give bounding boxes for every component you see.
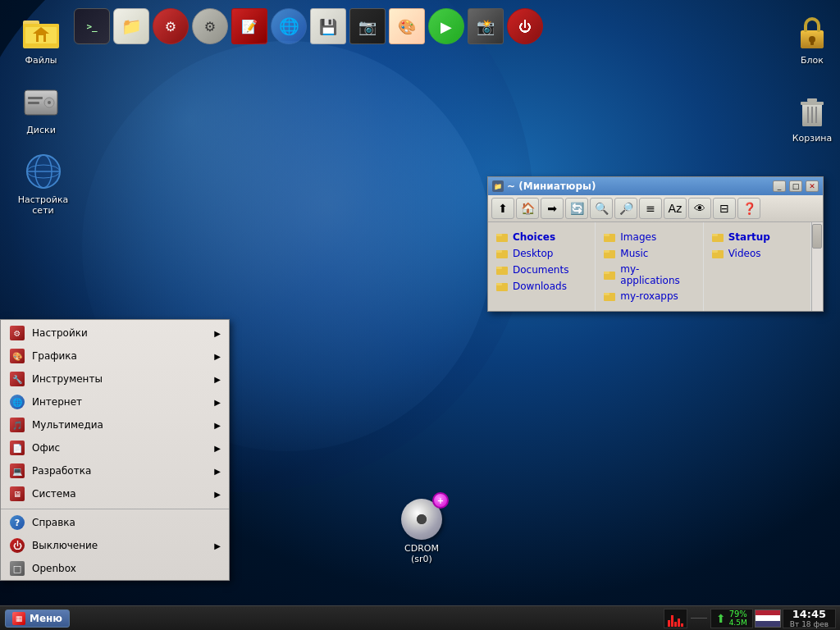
file-link-images[interactable]: Images (620, 231, 656, 243)
file-link-desktop[interactable]: Desktop (513, 248, 554, 259)
toolbar-view-btn[interactable]: ⊟ (713, 198, 736, 219)
file-item-downloads[interactable]: Downloads (492, 278, 591, 294)
file-link-myapps[interactable]: my-applications (620, 263, 695, 286)
menu-system-arrow: ▶ (214, 490, 221, 499)
svg-rect-48 (712, 250, 718, 253)
file-manager-scrollbar[interactable] (811, 222, 823, 311)
menu-item-dev[interactable]: 💻 Разработка ▶ (1, 459, 229, 482)
desktop-icon-trash[interactable]: Корзина (783, 90, 840, 144)
dock-camera[interactable]: 📷 (349, 8, 386, 44)
taskbar-right: ⬆ 79% 4.5M 14:45 Вт 18 фев (664, 609, 840, 628)
menu-item-office[interactable]: 📄 Офис ▶ (1, 436, 229, 459)
desktop-icon-cdrom[interactable]: + CDROM(sr0) (389, 499, 454, 564)
toolbar-list-btn[interactable]: ≡ (639, 198, 662, 219)
toolbar-forward-btn[interactable]: ➡ (541, 198, 564, 219)
menu-shutdown-arrow: ▶ (214, 541, 221, 550)
menu-settings-icon: ⚙ (9, 325, 25, 341)
language-flag[interactable] (755, 609, 781, 628)
file-link-downloads[interactable]: Downloads (513, 281, 567, 292)
menu-item-multimedia[interactable]: 🎵 Мультимедиа ▶ (1, 413, 229, 436)
svg-rect-36 (496, 283, 502, 285)
file-link-videos[interactable]: Videos (728, 248, 761, 259)
file-item-images[interactable]: Images (600, 229, 698, 245)
file-item-videos[interactable]: Videos (708, 245, 806, 262)
net-bar-3 (674, 622, 677, 627)
dock-player[interactable]: ▶ (428, 8, 464, 44)
file-col-2: Startup Videos (704, 222, 811, 311)
desktop-icon-disks-label: Диски (26, 125, 56, 135)
file-item-desktop[interactable]: Desktop (492, 245, 591, 262)
menu-item-system[interactable]: 🖥 Система ▶ (1, 482, 229, 505)
toolbar-sort-btn[interactable]: Az (664, 198, 687, 219)
menu-item-graphics[interactable]: 🎨 Графика ▶ (1, 345, 229, 368)
file-link-myroxapps[interactable]: my-roxapps (620, 290, 678, 302)
desktop-icon-trash-label: Корзина (792, 133, 832, 144)
taskbar: ▦ Меню ⬆ 79% 4.5M (0, 605, 840, 630)
dock-power[interactable]: ⏻ (507, 8, 543, 44)
cdrom-label: CDROM(sr0) (404, 543, 439, 564)
toolbar-help-btn[interactable]: ❓ (737, 198, 760, 219)
file-link-startup[interactable]: Startup (728, 231, 770, 243)
window-minimize-btn[interactable]: _ (773, 180, 786, 192)
network-graph-widget (664, 609, 687, 628)
menu-office-arrow: ▶ (214, 444, 221, 453)
toolbar-up-btn[interactable]: ⬆ (491, 198, 514, 219)
dock-configure[interactable]: ⚙ (192, 8, 228, 44)
menu-item-help[interactable]: ? Справка (1, 511, 229, 534)
dock-photo[interactable]: 📸 (468, 8, 504, 44)
file-link-music[interactable]: Music (620, 248, 648, 259)
toolbar-home-btn[interactable]: 🏠 (516, 198, 539, 219)
net-bar-1 (668, 620, 670, 627)
file-item-startup[interactable]: Startup (708, 229, 806, 245)
menu-multimedia-arrow: ▶ (214, 421, 221, 430)
desktop-icon-network[interactable]: Настройка сети (12, 152, 74, 216)
dock-paint[interactable]: 🎨 (389, 8, 425, 44)
menu-item-settings[interactable]: ⚙ Настройки ▶ (1, 322, 229, 345)
taskbar-menu-label: Меню (30, 613, 62, 624)
dock-editor[interactable]: 📝 (231, 8, 267, 44)
file-item-music[interactable]: Music (600, 245, 698, 262)
toolbar-refresh-btn[interactable]: 🔄 (565, 198, 588, 219)
clock-widget[interactable]: 14:45 Вт 18 фев (783, 609, 836, 628)
svg-rect-44 (604, 293, 609, 295)
taskbar-menu-button[interactable]: ▦ Меню (5, 609, 70, 628)
flag-stripe-red (756, 610, 780, 616)
desktop-icon-lock[interactable]: Блок (783, 12, 840, 66)
svg-point-10 (48, 101, 51, 104)
dock-settings[interactable]: ⚙ (153, 8, 189, 44)
menu-internet-label: Интернет (32, 396, 82, 408)
menu-help-icon: ? (9, 514, 25, 531)
menu-dev-arrow: ▶ (214, 467, 221, 476)
dock-files[interactable]: 📁 (113, 8, 149, 44)
menu-multimedia-icon: 🎵 (9, 417, 25, 433)
menu-item-openbox[interactable]: □ Openbox (1, 557, 229, 580)
window-maximize-btn[interactable]: □ (789, 180, 802, 192)
toolbar-zoom-in-btn[interactable]: 🔍 (590, 198, 613, 219)
dock-disk[interactable]: 💾 (310, 8, 346, 44)
desktop-icon-disks[interactable]: Диски (12, 82, 70, 135)
scrollbar-thumb[interactable] (812, 224, 822, 249)
menu-item-shutdown[interactable]: ⏻ Выключение ▶ (1, 534, 229, 557)
svg-rect-12 (28, 102, 39, 104)
menu-internet-arrow: ▶ (214, 398, 221, 407)
file-link-choices[interactable]: Choices (513, 231, 555, 243)
toolbar-zoom-out-btn[interactable]: 🔎 (614, 198, 637, 219)
window-close-btn[interactable]: ✕ (806, 180, 819, 192)
start-menu: ⚙ Настройки ▶ 🎨 Графика ▶ 🔧 Инструменты … (0, 319, 230, 581)
toolbar-hidden-btn[interactable]: 👁 (688, 198, 711, 219)
file-item-choices[interactable]: Choices (492, 229, 591, 245)
file-item-myapps[interactable]: my-applications (600, 262, 698, 288)
menu-item-internet[interactable]: 🌐 Интернет ▶ (1, 390, 229, 413)
svg-rect-38 (604, 234, 609, 236)
desktop-icon-files[interactable]: Файлы (12, 12, 70, 66)
desktop-icon-network-label: Настройка сети (18, 194, 69, 216)
dock-terminal[interactable]: >_ (74, 8, 110, 44)
file-item-myroxapps[interactable]: my-roxapps (600, 288, 698, 304)
file-item-documents[interactable]: Documents (492, 262, 591, 278)
menu-graphics-label: Графика (32, 350, 77, 362)
dock-browser[interactable]: 🌐 (271, 8, 307, 44)
menu-item-tools[interactable]: 🔧 Инструменты ▶ (1, 368, 229, 390)
menu-system-label: Система (32, 488, 76, 500)
file-link-documents[interactable]: Documents (513, 264, 568, 276)
menu-tools-arrow: ▶ (214, 375, 221, 384)
